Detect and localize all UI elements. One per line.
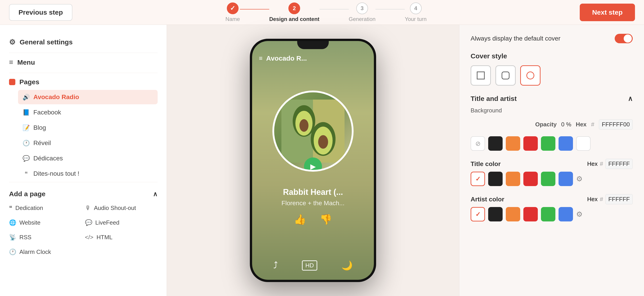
artist-swatch-orange[interactable]: [506, 207, 520, 221]
phone-controls: 👍 👎: [287, 207, 339, 232]
artist-color-settings-icon[interactable]: ⚙: [576, 210, 583, 219]
step-2: 2 Design and content: [269, 2, 320, 22]
add-page-section: Add a page ∧ ❝ Dedication 🎙 Audio Shout-…: [0, 183, 167, 262]
title-swatch-white-selected[interactable]: [470, 172, 485, 186]
swatch-red[interactable]: [523, 136, 538, 151]
thumbs-up-icon[interactable]: 👍: [294, 214, 306, 225]
page-item-dedicaces[interactable]: 💬 Dédicaces: [18, 151, 158, 166]
alarm-clock-label: Alarm Clock: [20, 249, 51, 256]
title-artist-section: Title and artist ∧ Background Opacity 0 …: [470, 95, 633, 151]
step-4: 4 Your turn: [405, 2, 427, 22]
svg-point-10: [527, 72, 534, 79]
page-item-reveil[interactable]: 🕐 Réveil: [18, 136, 158, 150]
share-icon[interactable]: ⤴: [273, 261, 278, 271]
menu-header[interactable]: ≡ Menu: [9, 54, 158, 70]
swatch-black[interactable]: [488, 136, 502, 151]
title-artist-header[interactable]: Title and artist ∧: [470, 95, 633, 102]
title-color-settings-icon[interactable]: ⚙: [576, 175, 583, 183]
add-page-audio-shout-out[interactable]: 🎙 Audio Shout-out: [85, 202, 158, 214]
toggle-knob: [624, 34, 632, 42]
next-step-button[interactable]: Next step: [580, 3, 635, 21]
html-icon: </>: [85, 234, 94, 241]
website-label: Website: [20, 219, 40, 226]
menu-label: Menu: [17, 58, 35, 66]
cover-style-options: [470, 65, 633, 86]
add-page-dedication[interactable]: ❝ Dedication: [9, 202, 82, 214]
page-item-blog[interactable]: 📝 Blog: [18, 120, 158, 135]
add-page-rss[interactable]: 📡 RSS: [9, 232, 82, 243]
add-page-website[interactable]: 🌐 Website: [9, 217, 82, 228]
artist-swatch-blue[interactable]: [558, 207, 573, 221]
add-page-alarm-clock[interactable]: 🕐 Alarm Clock: [9, 246, 82, 258]
hex-hash: #: [591, 121, 594, 128]
play-button[interactable]: ▶: [304, 157, 322, 172]
page-item-facebook[interactable]: 📘 Facebook: [18, 105, 158, 120]
title-swatch-green[interactable]: [541, 172, 556, 186]
play-icon[interactable]: ▶: [304, 157, 322, 172]
header: Previous step ✓ Name 2 Design and conten…: [0, 0, 644, 25]
moon-icon[interactable]: 🌙: [342, 260, 353, 271]
phone-menu-icon: ≡: [259, 55, 262, 62]
prev-step-button[interactable]: Previous step: [9, 4, 72, 21]
pages-header: Pages: [0, 74, 167, 90]
blog-icon: 📝: [22, 124, 30, 131]
step-4-label: Your turn: [405, 16, 427, 22]
always-display-toggle[interactable]: [615, 34, 633, 43]
swatch-blue[interactable]: [558, 136, 573, 151]
add-page-html[interactable]: </> HTML: [85, 232, 158, 243]
cover-option-square[interactable]: [470, 65, 491, 86]
general-settings-label: General settings: [20, 38, 72, 46]
phone-album-area: ▶ Rabbit Heart (... Florence + the Mach.…: [252, 67, 374, 256]
step-1-circle: ✓: [227, 2, 238, 14]
step-1: ✓ Name: [226, 2, 240, 22]
add-page-header[interactable]: Add a page ∧: [9, 188, 158, 202]
dedicaces-label: Dédicaces: [33, 155, 63, 162]
artist-swatch-black[interactable]: [488, 207, 502, 221]
divider-1: [9, 53, 158, 53]
cover-option-rounded[interactable]: [496, 65, 516, 86]
swatch-green[interactable]: [541, 136, 556, 151]
add-page-livefeed[interactable]: 💬 LiveFeed: [85, 217, 158, 228]
title-color-label: Title color: [470, 160, 500, 168]
artist-color-label: Artist color: [470, 196, 504, 203]
livefeed-icon: 💬: [85, 219, 92, 226]
album-art: ▶: [272, 91, 354, 172]
artist-swatch-red[interactable]: [523, 207, 538, 221]
title-swatch-black[interactable]: [488, 172, 502, 186]
cover-option-circle[interactable]: [520, 65, 540, 86]
title-swatch-orange[interactable]: [506, 172, 520, 186]
avocado-radio-label: Avocado Radio: [33, 93, 79, 101]
swatch-white[interactable]: [576, 136, 590, 151]
livefeed-label: LiveFeed: [96, 219, 120, 226]
swatch-orange[interactable]: [506, 136, 520, 151]
title-swatch-red[interactable]: [523, 172, 538, 186]
phone-frame: ≡ Avocado R...: [250, 39, 376, 282]
connector-2-3: [320, 9, 349, 9]
website-icon: 🌐: [9, 219, 16, 226]
swatch-none[interactable]: ⊘: [470, 136, 485, 151]
page-item-dites-nous[interactable]: ❝ Dites-nous tout !: [18, 166, 158, 181]
thumbs-down-icon[interactable]: 👎: [320, 214, 332, 225]
artist-swatch-white-selected[interactable]: [470, 207, 485, 221]
audio-shout-out-icon: 🎙: [85, 205, 91, 212]
html-label: HTML: [96, 234, 112, 241]
artist-color-row: Artist color Hex # FFFFFF: [470, 194, 633, 204]
page-item-avocado-radio[interactable]: 🔊 Avocado Radio: [18, 90, 158, 104]
opacity-label: Opacity: [535, 121, 556, 128]
dites-nous-icon: ❝: [22, 170, 30, 177]
artist-hex-hash: #: [600, 196, 603, 203]
sidebar-general-settings[interactable]: ⚙ General settings: [0, 34, 167, 50]
title-color-swatches: ⚙: [470, 172, 633, 186]
phone-screen: ≡ Avocado R...: [252, 41, 374, 280]
title-swatch-blue[interactable]: [558, 172, 573, 186]
reveil-label: Réveil: [33, 139, 51, 147]
right-panel: Always display the default cover Cover s…: [459, 25, 644, 296]
settings-gear-icon: ⚙: [9, 38, 16, 46]
alarm-clock-icon: 🕐: [9, 249, 16, 256]
sidebar-menu[interactable]: ≡ Menu: [0, 54, 167, 70]
general-settings-header[interactable]: ⚙ General settings: [9, 34, 158, 50]
artist-hex-row: Hex # FFFFFF: [587, 194, 633, 204]
audio-shout-out-label: Audio Shout-out: [94, 205, 136, 212]
hd-badge: HD: [302, 261, 317, 271]
artist-swatch-green[interactable]: [541, 207, 556, 221]
